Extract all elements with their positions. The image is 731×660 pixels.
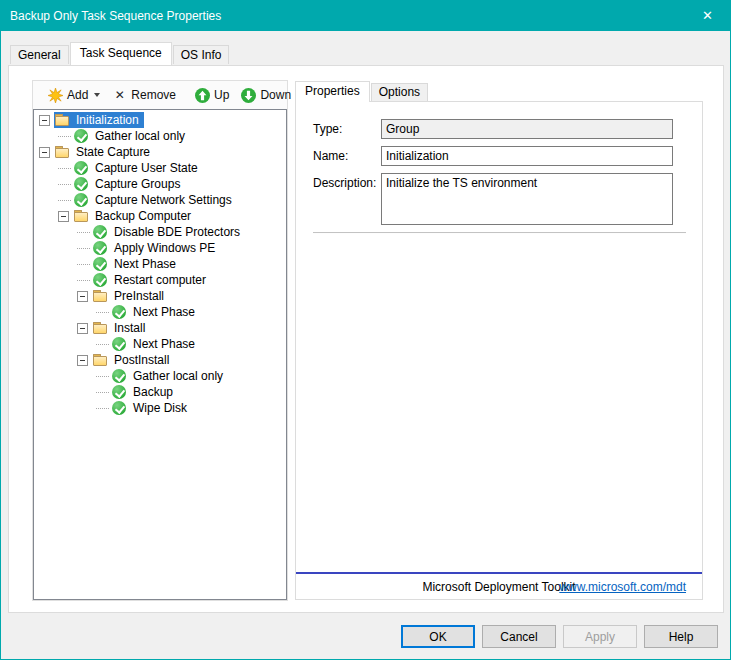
tree-item[interactable]: Gather local only [34,128,286,144]
tree-item-label: Initialization [73,112,142,128]
step-check-icon [112,401,127,415]
tree-item[interactable]: Wipe Disk [34,400,286,416]
mdt-link[interactable]: www.microsoft.com/mdt [559,580,686,594]
tree-item[interactable]: Next Phase [34,256,286,272]
tree-item-label: Backup Computer [92,208,194,224]
up-label: Up [214,88,229,102]
properties-pane: Type: Name: Description: Initialize the … [295,101,703,600]
tree-item-label: Next Phase [130,336,198,352]
step-check-icon [74,177,89,191]
titlebar: Backup Only Task Sequence Properties ✕ [1,1,730,31]
tab-os-info[interactable]: OS Info [173,45,230,64]
tree-item[interactable]: Restart computer [34,272,286,288]
dialog-body: General Task Sequence OS Info Add [1,31,730,659]
folder-icon [55,113,70,127]
folder-icon [74,209,89,223]
down-label: Down [260,88,291,102]
folder-icon [93,289,108,303]
type-row: Type: [313,119,686,139]
tree-item[interactable]: Capture User State [34,160,286,176]
remove-label: Remove [131,88,176,102]
tree-item-label: Next Phase [111,256,179,272]
tree-item[interactable]: Capture Network Settings [34,192,286,208]
down-button[interactable]: Down [235,84,297,107]
help-button[interactable]: Help [644,625,718,648]
tree-item[interactable]: State Capture [34,144,286,160]
folder-icon [93,353,108,367]
tree-item-label: Capture Network Settings [92,192,235,208]
button-bar: OK Cancel Apply Help [401,625,718,648]
tree-item[interactable]: Initialization [34,112,286,128]
name-row: Name: [313,146,686,166]
tab-general[interactable]: General [10,45,69,64]
dialog-window: Backup Only Task Sequence Properties ✕ G… [0,0,731,660]
tree-item-label: State Capture [73,144,153,160]
tree-item-label: Capture Groups [92,176,183,192]
folder-icon [55,145,70,159]
description-row: Description: Initialize the TS environme… [313,173,686,225]
tree-item[interactable]: PreInstall [34,288,286,304]
branding-footer: Microsoft Deployment Toolkit www.microso… [296,572,702,599]
step-check-icon [112,337,127,351]
tree-item[interactable]: Next Phase [34,336,286,352]
cancel-button[interactable]: Cancel [482,625,556,648]
up-button[interactable]: Up [189,84,235,107]
tree-item[interactable]: Install [34,320,286,336]
tab-properties[interactable]: Properties [295,81,370,102]
add-button[interactable]: Add [42,84,106,107]
tree-connector [96,312,109,313]
tree-item-label: Gather local only [92,128,188,144]
tree-item[interactable]: Backup Computer [34,208,286,224]
tree-item[interactable]: PostInstall [34,352,286,368]
tree-item-label: Backup [130,384,176,400]
tree-item[interactable]: Disable BDE Protectors [34,224,286,240]
ok-button[interactable]: OK [401,625,475,648]
task-sequence-tab-page: Add ✕ Remove Up [8,65,724,613]
tree-connector [96,376,109,377]
close-icon: ✕ [702,8,713,23]
close-button[interactable]: ✕ [685,1,730,31]
tab-options[interactable]: Options [371,83,428,101]
collapse-icon[interactable] [58,211,69,222]
tree-connector [58,184,71,185]
tree-item-label: Gather local only [130,368,226,384]
step-check-icon [112,385,127,399]
collapse-icon[interactable] [77,291,88,302]
remove-button[interactable]: ✕ Remove [106,84,182,107]
folder-icon [93,321,108,335]
step-check-icon [74,129,89,143]
tree-item[interactable]: Apply Windows PE [34,240,286,256]
tree-item[interactable]: Backup [34,384,286,400]
collapse-icon[interactable] [77,323,88,334]
tree-item-label: Capture User State [92,160,201,176]
collapse-icon[interactable] [77,355,88,366]
tab-task-sequence[interactable]: Task Sequence [70,42,172,65]
up-arrow-icon [195,88,210,103]
name-field[interactable] [381,146,673,166]
tree-connector [58,200,71,201]
tree-item-label: Install [111,320,148,336]
tree-item-label: PostInstall [111,352,172,368]
tree-item[interactable]: Capture Groups [34,176,286,192]
branding-text: Microsoft Deployment Toolkit [422,580,575,594]
step-check-icon [93,241,108,255]
add-label: Add [67,88,88,102]
type-field[interactable] [381,119,673,139]
collapse-icon[interactable] [39,115,50,126]
apply-button[interactable]: Apply [563,625,637,648]
step-check-icon [112,369,127,383]
tree-connector [58,136,71,137]
main-tabstrip: General Task Sequence OS Info [10,42,230,64]
tree-item-label: Next Phase [130,304,198,320]
window-title: Backup Only Task Sequence Properties [1,9,685,23]
tree-item[interactable]: Next Phase [34,304,286,320]
tree-item[interactable]: Gather local only [34,368,286,384]
description-field[interactable]: Initialize the TS environment [381,173,673,225]
type-label: Type: [313,122,381,136]
tree-item-label: Wipe Disk [130,400,190,416]
tree-connector [77,232,90,233]
collapse-icon[interactable] [39,147,50,158]
step-check-icon [74,193,89,207]
description-label: Description: [313,176,381,190]
tree-connector [77,264,90,265]
